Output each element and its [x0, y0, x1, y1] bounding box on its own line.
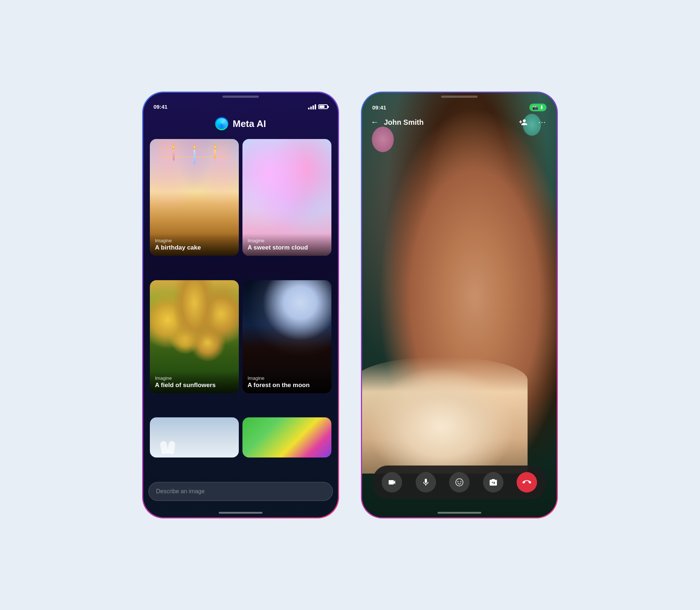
left-phone-inner: 09:41 [143, 93, 338, 517]
battery-fill [319, 105, 324, 108]
caller-name: John Smith [384, 118, 424, 127]
grid-item-bunny[interactable] [150, 417, 239, 458]
meta-ai-title: Meta AI [233, 118, 266, 130]
call-header: ← John Smith ··· [362, 111, 557, 133]
call-header-right: ··· [517, 116, 548, 128]
candle-body-1 [173, 150, 175, 161]
camera-icon-small: 📷 [532, 105, 538, 110]
moon-forest-imagine: Imagine [248, 375, 326, 381]
call-controls [362, 458, 557, 517]
storm-cloud-label: Imagine A sweet storm cloud [242, 233, 331, 256]
candle-flame-2 [193, 145, 195, 149]
left-time: 09:41 [153, 104, 167, 110]
left-phone: 09:41 [142, 92, 339, 518]
controls-bar [373, 466, 546, 499]
right-time: 09:41 [372, 104, 386, 111]
signal-bar-4 [315, 104, 316, 109]
moon-forest-label: Imagine A forest on the moon [242, 371, 331, 393]
candle-flame-3 [214, 145, 216, 149]
grid-item-moon-forest[interactable]: Imagine A forest on the moon [242, 280, 331, 393]
more-dots: ··· [538, 117, 546, 127]
back-button[interactable]: ← [371, 117, 379, 127]
mic-icon-small: ⬇ [540, 105, 544, 110]
svg-point-0 [456, 479, 463, 486]
call-header-left: ← John Smith [371, 117, 424, 127]
grid-item-storm-cloud[interactable]: Imagine A sweet storm cloud [242, 139, 331, 256]
svg-point-1 [458, 481, 459, 482]
moon-forest-subject: A forest on the moon [248, 382, 326, 389]
candle-1 [172, 145, 175, 164]
signal-bar-1 [308, 108, 310, 109]
candle-flame-1 [172, 145, 175, 149]
svg-point-2 [460, 481, 462, 482]
effects-button[interactable] [449, 472, 470, 493]
bunny-ear-2 [167, 441, 176, 455]
left-home-indicator [219, 512, 262, 514]
status-pill: 📷 ⬇ [529, 104, 547, 111]
end-call-button[interactable] [517, 472, 537, 493]
input-placeholder: Describe an image [156, 488, 205, 495]
meta-ai-screen: 09:41 [143, 93, 338, 517]
birthday-cake-subject: A birthday cake [155, 244, 234, 251]
sunflowers-imagine: Imagine [155, 375, 234, 381]
storm-cloud-imagine: Imagine [248, 238, 326, 243]
grid-item-colorful[interactable] [242, 417, 331, 458]
colorful-visual [242, 417, 331, 458]
birthday-cake-label: Imagine A birthday cake [150, 233, 239, 256]
candle-2 [193, 145, 195, 164]
image-grid: Imagine A birthday cake Imagine A sweet … [148, 139, 333, 478]
battery-icon [318, 104, 328, 109]
candle-body-3 [214, 150, 216, 159]
grid-item-birthday-cake[interactable]: Imagine A birthday cake [150, 139, 239, 256]
right-phone-inner: 09:41 📷 ⬇ ← John Smith [362, 93, 557, 517]
describe-image-input[interactable]: Describe an image [148, 482, 333, 501]
signal-bar-3 [312, 105, 314, 109]
flip-camera-button[interactable] [483, 472, 503, 493]
storm-cloud-subject: A sweet storm cloud [248, 244, 326, 251]
sunflowers-subject: A field of sunflowers [155, 382, 234, 389]
meta-ai-logo [215, 117, 228, 130]
candle-body-2 [194, 150, 195, 164]
right-phone: 09:41 📷 ⬇ ← John Smith [361, 92, 558, 518]
signal-icon [308, 104, 316, 109]
phones-container: 09:41 [142, 92, 558, 518]
video-call-screen: 09:41 📷 ⬇ ← John Smith [362, 93, 557, 517]
left-status-bar: 09:41 [143, 98, 338, 110]
input-bar-container: Describe an image [148, 482, 333, 501]
grid-item-sunflowers[interactable]: Imagine A field of sunflowers [150, 280, 239, 393]
left-status-icons [308, 104, 328, 109]
more-button[interactable]: ··· [536, 116, 548, 128]
candle-3 [214, 145, 216, 164]
birthday-cake-imagine: Imagine [155, 238, 234, 243]
cake-foreground [362, 357, 528, 474]
candles-row [163, 145, 226, 164]
bunny-visual [150, 417, 239, 458]
right-status-bar: 09:41 📷 ⬇ [362, 98, 557, 111]
meta-ai-header: Meta AI [215, 117, 266, 130]
right-home-indicator [438, 512, 481, 514]
signal-bar-2 [310, 107, 312, 109]
sunflowers-label: Imagine A field of sunflowers [150, 371, 239, 393]
video-button[interactable] [382, 472, 402, 493]
mute-button[interactable] [416, 472, 436, 493]
add-person-button[interactable] [517, 116, 529, 128]
